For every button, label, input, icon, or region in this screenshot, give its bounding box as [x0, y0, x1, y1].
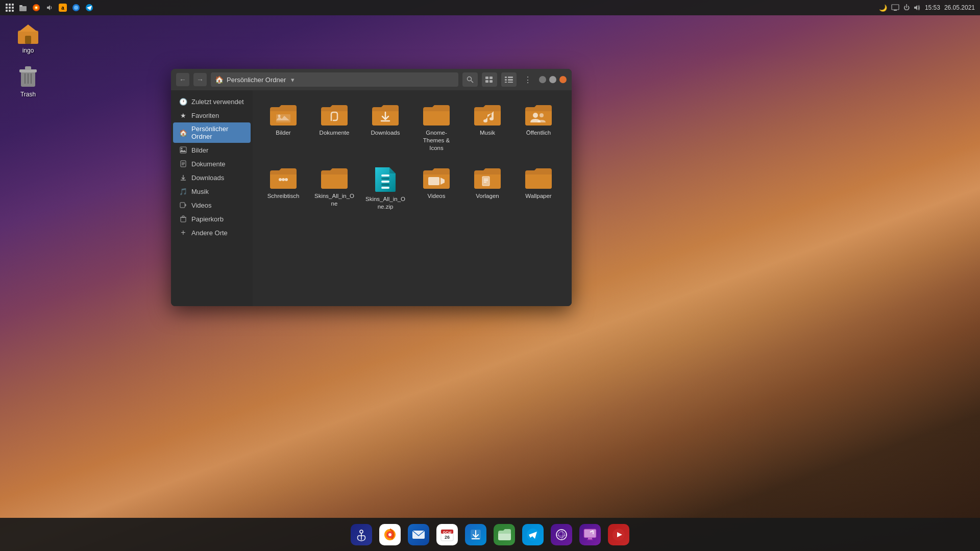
desktop-icon-home[interactable]: ingo [10, 20, 46, 54]
sidebar-item-other[interactable]: + Andere Orte [173, 226, 251, 239]
sidebar-item-music[interactable]: 🎵 Musik [173, 185, 251, 198]
gnome-themes-folder-icon [422, 102, 451, 127]
skins-folder-icon [320, 165, 349, 190]
file-item-schreibtisch[interactable]: Schreibtisch [260, 161, 306, 215]
file-item-skins-zip[interactable]: Skins_All_in_One.zip [362, 161, 408, 215]
lasso-icon [551, 524, 572, 545]
svg-point-4 [35, 7, 37, 9]
file-item-musik[interactable]: Musik [464, 98, 510, 156]
taskbar-speaker-icon[interactable] [45, 3, 54, 12]
sidebar-item-documents[interactable]: Dokumente [173, 157, 251, 170]
svg-rect-12 [892, 5, 899, 10]
sidebar-item-trash[interactable]: Papierkorb [173, 212, 251, 226]
svg-rect-45 [180, 203, 185, 208]
back-button[interactable]: ← [176, 73, 189, 86]
taskbar-files-icon[interactable] [18, 3, 28, 12]
view-list-button[interactable] [501, 72, 517, 87]
maximize-button[interactable] [549, 76, 556, 83]
svg-text:26: 26 [445, 535, 450, 540]
svg-point-56 [279, 178, 282, 181]
night-mode-icon: 🌙 [879, 4, 887, 12]
desktop-icon-trash[interactable]: Trash [10, 64, 46, 98]
taskbar-top-right: 🌙 ⏻ 15:53 26.05.2021 [879, 4, 975, 12]
sidebar-item-recent[interactable]: 🕐 Zuletzt verwendet [173, 95, 251, 108]
dock-item-mail[interactable] [406, 522, 431, 547]
title-bar: ← → 🏠 Persönlicher Ordner ▾ [171, 69, 572, 90]
player-icon [608, 524, 629, 545]
taskbar-app1-icon[interactable] [71, 3, 81, 12]
file-item-gnome-themes[interactable]: Gnome-Themes & Icons [413, 98, 459, 156]
file-item-dokumente[interactable]: Dokumente [311, 98, 357, 156]
close-button[interactable] [559, 76, 567, 83]
location-dropdown-icon[interactable]: ▾ [291, 76, 295, 84]
trash-bin-icon [16, 64, 40, 89]
view-toggle-button[interactable] [482, 72, 497, 87]
location-bar[interactable]: 🏠 Persönlicher Ordner ▾ [211, 72, 458, 87]
sidebar-item-downloads-label: Downloads [191, 174, 224, 182]
menu-button[interactable]: ⋮ [521, 72, 535, 87]
downloads-sidebar-icon [179, 173, 187, 182]
dock-item-lasso[interactable] [549, 522, 574, 547]
svg-rect-37 [180, 147, 186, 153]
svg-line-26 [471, 81, 474, 83]
file-item-skins-folder[interactable]: Skins_All_in_One [311, 161, 357, 215]
taskbar-amazon-icon[interactable]: a [58, 3, 67, 12]
taskbar-firefox-icon[interactable] [32, 3, 41, 12]
dock-item-files[interactable] [492, 522, 517, 547]
sidebar-item-recent-label: Zuletzt verwendet [191, 98, 244, 106]
dock-item-anchor[interactable] [349, 522, 374, 547]
svg-rect-1 [19, 5, 22, 7]
taskbar-telegram-icon[interactable] [85, 3, 94, 12]
svg-rect-21 [25, 66, 31, 70]
bilder-folder-icon [269, 102, 298, 127]
svg-rect-62 [381, 184, 389, 186]
dock-item-downloader[interactable] [463, 522, 488, 547]
sidebar-item-favorites-label: Favoriten [191, 112, 219, 119]
svg-text:GCal: GCal [443, 531, 451, 534]
recent-icon: 🕐 [179, 97, 187, 106]
svg-point-70 [360, 530, 363, 533]
svg-point-9 [74, 6, 78, 10]
gnome-themes-label: Gnome-Themes & Icons [416, 129, 457, 152]
minimize-button[interactable] [539, 76, 546, 83]
desktop-icons-area: ingo Trash [10, 20, 46, 98]
taskbar-top-left: a [5, 3, 94, 12]
svg-rect-30 [489, 80, 493, 83]
sidebar-item-videos[interactable]: Videos [173, 198, 251, 212]
sidebar-item-music-label: Musik [191, 188, 209, 195]
dock-item-player[interactable] [606, 522, 631, 547]
sidebar-item-home-label: Persönlicher Ordner [191, 125, 244, 140]
file-item-downloads[interactable]: Downloads [362, 98, 408, 156]
dock-item-firefox[interactable] [378, 522, 402, 547]
search-button[interactable] [462, 72, 478, 87]
dokumente-folder-icon [320, 102, 349, 127]
sidebar-item-downloads[interactable]: Downloads [173, 171, 251, 184]
file-item-oeffentlich[interactable]: Öffentlich [516, 98, 561, 156]
videos-folder-icon [422, 165, 451, 190]
svg-rect-59 [381, 174, 389, 177]
battery-icon: ⏻ [903, 4, 910, 11]
trash-icon-label: Trash [20, 91, 36, 98]
downloader-icon [465, 524, 486, 545]
file-item-vorlagen[interactable]: Vorlagen [464, 161, 510, 215]
file-item-bilder[interactable]: Bilder [260, 98, 306, 156]
sidebar-item-pictures[interactable]: Bilder [173, 143, 251, 157]
sidebar-item-home[interactable]: 🏠 Persönlicher Ordner [173, 122, 251, 143]
app-grid-icon[interactable] [5, 3, 14, 12]
trash-sidebar-icon [179, 215, 187, 223]
dock-item-telegram[interactable] [521, 522, 545, 547]
other-places-icon: + [179, 229, 187, 237]
sidebar-item-favorites[interactable]: ★ Favoriten [173, 109, 251, 122]
dock-item-display[interactable] [578, 522, 602, 547]
file-item-wallpaper[interactable]: Wallpaper [516, 161, 561, 215]
forward-button[interactable]: → [193, 73, 207, 86]
wallpaper-folder-icon [524, 165, 553, 190]
file-item-videos[interactable]: Videos [413, 161, 459, 215]
time-display: 15:53 [925, 4, 940, 11]
svg-rect-27 [485, 77, 488, 79]
svg-point-75 [388, 533, 391, 536]
anchor-icon [351, 524, 372, 545]
dock-item-calendar[interactable]: GCal 26 [435, 522, 459, 547]
schreibtisch-folder-icon [269, 165, 298, 190]
svg-point-58 [285, 178, 288, 181]
